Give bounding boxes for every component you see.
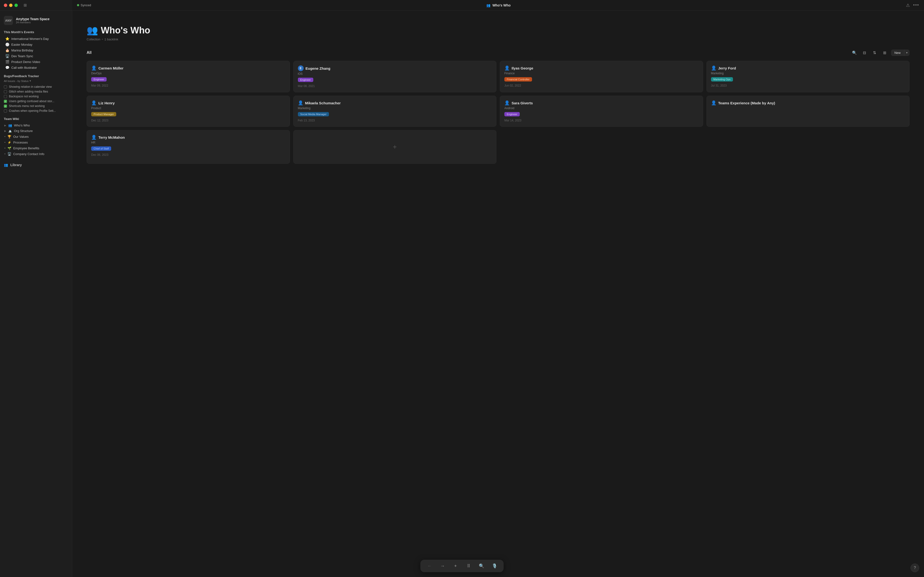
person-card-terry[interactable]: 👤 Terry McMahon HR Chief of Staff Dec 06… [87, 130, 290, 164]
tracker-item-5[interactable]: Crashes when opening Profile Sett... [4, 108, 68, 113]
easter-icon: ⚪ [5, 43, 10, 47]
avatar-sara: 👤 [504, 100, 510, 106]
expand-icon: ▶ [4, 124, 6, 127]
sidebar-toggle[interactable]: ⊞ [24, 3, 27, 8]
dev-sync-icon: 🖥️ [5, 54, 10, 58]
tracker-item-3[interactable]: ✓ Users getting confused about stor... [4, 99, 68, 104]
workspace-members: 24 members [16, 21, 50, 24]
avatar-liz: 👤 [91, 100, 97, 106]
card-dept-mikaela: Marketing [298, 106, 492, 110]
tracker-filter[interactable]: All Issues - by Status ▾ [4, 79, 68, 82]
tracker-item-2[interactable]: Backspace not working [4, 94, 68, 99]
help-button[interactable]: ? [911, 564, 919, 572]
card-name-terry: Terry McMahon [99, 135, 125, 139]
tracker-item-label-2: Backspace not working [9, 95, 39, 98]
card-name-row-jerry: 👤 Jerry Ford [711, 65, 905, 71]
card-date-jerry: Jul 31, 2023 [711, 84, 905, 87]
wiki-icon-values: 🏆 [8, 135, 11, 139]
tracker-item-4[interactable]: ✓ Shortcuts menu not working [4, 104, 68, 108]
person-card-liz[interactable]: 👤 Liz Henry Product Product Manager Dec … [87, 96, 290, 127]
person-card-teams[interactable]: 👤 Teams Experience (Made by Any) [706, 96, 910, 127]
person-card-eugene[interactable]: E Eugene Zhang iOS Engineer Mar 08, 2021 [293, 61, 497, 92]
wiki-icon-org: 🏔️ [8, 129, 12, 133]
person-card-carmen[interactable]: 👤 Carmen Müller DevOps Engineer Mar 09, … [87, 61, 290, 92]
tracker-item-1[interactable]: Glitch when adding media files [4, 89, 68, 94]
avatar-ilyas: 👤 [504, 65, 510, 71]
checkbox-3[interactable]: ✓ [4, 100, 7, 103]
toolbar-actions: 🔍 ⊟ ⇅ ⊞ New ▾ [851, 49, 909, 56]
card-dept-ilyas: Finance [504, 72, 698, 75]
bullet-icon-benefits: • [4, 146, 5, 150]
person-card-mikaela[interactable]: 👤 Mikaela Schumacher Marketing Social Me… [293, 96, 497, 127]
card-name-ilyas: Ilyas George [512, 66, 533, 70]
add-new-card[interactable]: + [293, 130, 497, 164]
sidebar-item-org-structure[interactable]: ▶ 🏔️ Org Structure [4, 128, 68, 134]
add-button[interactable]: + [451, 562, 460, 570]
avatar-mikaela: 👤 [298, 100, 303, 106]
checkbox-5[interactable] [4, 110, 7, 113]
main-content: 👥 Who's Who Collection • 1 backlink All … [72, 11, 924, 577]
womens-day-label: International Women's Day [11, 37, 48, 40]
checkbox-2[interactable] [4, 95, 7, 98]
card-tag-mikaela: Social Media Manager [298, 112, 329, 116]
page-title-emoji: 👥 [87, 25, 98, 35]
mic-button[interactable]: 🎙️ [490, 562, 499, 570]
card-dept-jerry: Marketing [711, 72, 905, 75]
card-name-row: 👤 Carmen Müller [91, 65, 285, 71]
tracker-item-0[interactable]: Showing relation in calendar view [4, 84, 68, 89]
person-card-ilyas[interactable]: 👤 Ilyas George Finance Financial Control… [500, 61, 703, 92]
view-options-button[interactable]: ⊞ [881, 49, 888, 56]
sidebar-item-easter[interactable]: ⚪ Easter Monday [4, 42, 68, 47]
sidebar-item-processes[interactable]: • ⚡ Processes [4, 139, 68, 145]
sidebar-item-our-values[interactable]: • 🏆 Our Values [4, 134, 68, 139]
card-tag-liz: Product Manager [91, 112, 116, 116]
wiki-icon-contact: 🖥️ [8, 152, 11, 156]
card-name-row-ilyas: 👤 Ilyas George [504, 65, 698, 71]
sidebar-item-call-illustrator[interactable]: 💬 Call with Illustrator [4, 64, 68, 71]
avatar-teams: 👤 [711, 100, 716, 106]
maximize-button[interactable] [15, 3, 18, 7]
wiki-icon-benefits: 🌱 [8, 147, 11, 150]
product-demo-label: Product Demo Video [11, 60, 40, 64]
checkbox-4[interactable]: ✓ [4, 105, 7, 108]
sidebar-item-marina[interactable]: 🎂 Marina Birthday [4, 47, 68, 53]
sidebar-item-employee-benefits[interactable]: • 🌱 Employee Benefits [4, 145, 68, 151]
workspace-header[interactable]: ANY Anytype Team Space 24 members [0, 13, 72, 27]
grid-button[interactable]: ⠿ [464, 562, 473, 570]
backlink-label[interactable]: 1 backlink [105, 37, 118, 41]
forward-button[interactable]: → [438, 562, 447, 570]
new-button-arrow[interactable]: ▾ [904, 50, 909, 56]
search-button[interactable]: 🔍 [851, 49, 858, 56]
filter-button[interactable]: ⊟ [861, 49, 868, 56]
close-button[interactable] [4, 3, 7, 7]
tracker-section: Bugs/Feedback Tracker All Issues - by St… [0, 74, 72, 113]
cards-grid: 👤 Carmen Müller DevOps Engineer Mar 09, … [87, 61, 909, 164]
card-date-liz: Dec 12, 2023 [91, 119, 285, 122]
womens-day-icon: ⭐ [5, 37, 10, 40]
checkbox-1[interactable] [4, 90, 7, 93]
all-section-header: All 🔍 ⊟ ⇅ ⊞ New ▾ [87, 49, 909, 56]
person-card-jerry[interactable]: 👤 Jerry Ford Marketing Marketing Ops Jul… [706, 61, 910, 92]
card-date-ilyas: Jun 02, 2022 [504, 84, 698, 87]
back-button[interactable]: ← [425, 562, 434, 570]
minimize-button[interactable] [9, 3, 13, 7]
sort-button[interactable]: ⇅ [871, 49, 879, 56]
bullet-icon-contact: • [4, 152, 5, 156]
person-card-sara[interactable]: 👤 Sara Giverts Android Engineer Mar 14, … [500, 96, 703, 127]
sidebar-item-whos-who[interactable]: ▶ 👥 Who's Who [4, 122, 68, 128]
new-button[interactable]: New ▾ [891, 50, 909, 56]
card-date-eugene: Mar 08, 2021 [298, 84, 492, 88]
search-nav-button[interactable]: 🔍 [477, 562, 486, 570]
sidebar-item-womens-day[interactable]: ⭐ International Women's Day [4, 36, 68, 42]
card-name-sara: Sara Giverts [512, 101, 533, 105]
traffic-lights [4, 3, 18, 7]
sidebar-item-dev-sync[interactable]: 🖥️ Dev Team Sync [4, 53, 68, 59]
sidebar-item-product-demo[interactable]: 🎬 Product Demo Video [4, 59, 68, 64]
card-name-jerry: Jerry Ford [718, 66, 736, 70]
wiki-label-contact: Company Contact Info [13, 152, 44, 156]
library-item[interactable]: 👥 Library [0, 161, 72, 169]
expand-icon-org: ▶ [4, 130, 6, 132]
sidebar-item-contact-info[interactable]: • 🖥️ Company Contact Info [4, 151, 68, 157]
checkbox-0[interactable] [4, 85, 7, 89]
events-section-title: This Month's Events [4, 30, 68, 34]
